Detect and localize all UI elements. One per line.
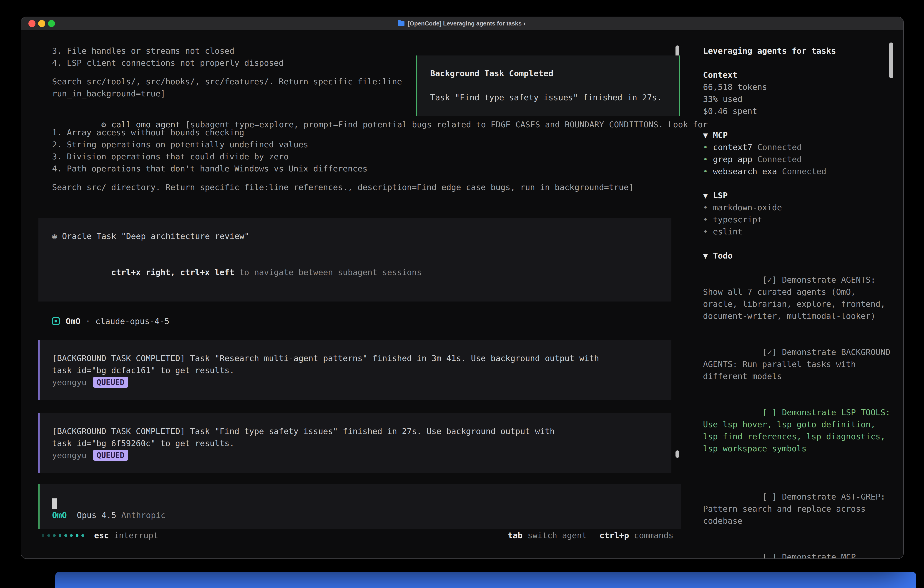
todo-heading: Todo — [713, 251, 733, 260]
oracle-icon: ◉ — [52, 231, 57, 241]
queued-badge: QUEUED — [93, 377, 128, 388]
bullet-icon: • — [703, 215, 708, 224]
todo-text: Demonstrate AGENTS: Show all 7 curated a… — [703, 275, 890, 320]
window-title-text: [OpenCode] Leveraging agents for tasks ◐ — [408, 20, 527, 27]
chevron-down-icon: ▼ — [703, 191, 708, 200]
todo-text: Demonstrate AST-GREP: Pattern search and… — [703, 492, 890, 525]
background-task-message: [BACKGROUND TASK COMPLETED] Task "Find t… — [38, 413, 672, 473]
todo-item: [ ]Demonstrate LSP TOOLS: Use lsp_hover,… — [703, 394, 891, 467]
bullet-icon: • — [703, 203, 708, 212]
transcript-line: 3. File handles or streams not closed — [52, 45, 680, 57]
message-line: task_id="bg_6f59260c" to get results. — [52, 437, 662, 449]
tab-key: tab — [508, 529, 523, 542]
background-task-message: [BACKGROUND TASK COMPLETED] Task "Resear… — [38, 340, 672, 400]
checkbox-empty-icon: [ ] — [762, 408, 777, 417]
context-spent: $0.46 spent — [703, 105, 891, 117]
lsp-section-toggle[interactable]: ▼LSP — [703, 189, 891, 202]
lsp-heading: LSP — [713, 191, 728, 200]
status-bar: esc interrupt tab switch agent ctrl+p co… — [21, 529, 680, 542]
message-author: yeongyu — [52, 449, 87, 461]
esc-hint: esc interrupt — [94, 529, 158, 542]
lsp-item: •eslint — [703, 226, 891, 238]
tab-hint: tab switch agent — [508, 529, 587, 542]
todo-item: [✓]Demonstrate AGENTS: Show all 7 curate… — [703, 262, 891, 334]
context-used: 33% used — [703, 93, 891, 105]
oracle-task-panel: ◉Oracle Task "Deep architecture review" … — [38, 218, 672, 302]
agent-model: claude-opus-4-5 — [96, 315, 169, 327]
toast-body: Task "Find type safety issues" finished … — [430, 91, 672, 104]
oracle-task-title: Oracle Task "Deep architecture review" — [62, 231, 249, 241]
ctrlp-label: commands — [634, 529, 673, 542]
sidebar: Leveraging agents for tasks Context 66,5… — [680, 30, 904, 558]
todo-item: [ ]Demonstrate AST-GREP: Pattern search … — [703, 479, 891, 539]
tool-call-item: 3. Division operations that could divide… — [52, 150, 680, 163]
lsp-name: eslint — [713, 227, 742, 236]
lsp-name: typescript — [713, 215, 762, 224]
tool-call-tail: Search src/ directory. Return specific f… — [52, 181, 680, 193]
agent-separator: · — [86, 315, 91, 327]
message-author: yeongyu — [52, 376, 87, 388]
mcp-status: Connected — [757, 142, 802, 152]
input-provider-name: Anthropic — [121, 509, 165, 521]
window-title: [OpenCode] Leveraging agents for tasks ◐ — [21, 20, 903, 27]
tool-call-item: 2. String operations on potentially unde… — [52, 139, 680, 150]
scrollbar-thumb[interactable] — [889, 43, 893, 78]
mcp-item: •websearch_exaConnected — [703, 165, 891, 177]
todo-text: Demonstrate MCP INTEGRATIONS: Use contex… — [703, 552, 861, 559]
mcp-name: context7 — [713, 142, 752, 152]
desktop-background: [OpenCode] Leveraging agents for tasks ◐… — [0, 0, 924, 588]
chevron-down-icon: ▼ — [703, 130, 708, 140]
tool-call-item: 4. Path operations that don't handle Win… — [52, 163, 680, 175]
oracle-hint-keys: ctrl+x right, ctrl+x left — [111, 268, 234, 277]
bullet-icon: • — [703, 227, 708, 236]
queued-badge: QUEUED — [93, 450, 128, 461]
ctrlp-key: ctrl+p — [599, 529, 629, 542]
mcp-heading: MCP — [713, 130, 728, 140]
mcp-section-toggle[interactable]: ▼MCP — [703, 129, 891, 141]
todo-text: Demonstrate LSP TOOLS: Use lsp_hover, ls… — [703, 408, 895, 453]
lsp-name: markdown-oxide — [713, 203, 782, 212]
todo-section-toggle[interactable]: ▼Todo — [703, 249, 891, 262]
prompt-input[interactable]: OmO Opus 4.5 Anthropic — [38, 484, 681, 529]
input-model-name: Opus 4.5 — [77, 509, 116, 521]
mcp-status: Connected — [757, 155, 802, 164]
titlebar: [OpenCode] Leveraging agents for tasks ◐ — [21, 17, 903, 30]
background-window-strip — [55, 572, 916, 588]
lsp-item: •markdown-oxide — [703, 202, 891, 213]
checkbox-empty-icon: [ ] — [762, 552, 777, 559]
mcp-status: Connected — [782, 167, 826, 176]
todo-item: [✓]Demonstrate BACKGROUND AGENTS: Run pa… — [703, 334, 891, 394]
esc-key: esc — [94, 529, 109, 542]
chat-transcript: 3. File handles or streams not closed 4.… — [21, 30, 680, 558]
bullet-icon: • — [703, 155, 708, 164]
message-line: [BACKGROUND TASK COMPLETED] Task "Find t… — [52, 425, 662, 437]
message-line: task_id="bg_dcfac161" to get results. — [52, 364, 662, 376]
agent-checkbox-icon — [52, 317, 60, 325]
bullet-icon: • — [703, 142, 708, 152]
toast-title: Background Task Completed — [430, 67, 672, 79]
terminal-content: 3. File handles or streams not closed 4.… — [21, 30, 903, 558]
background-task-toast: Background Task Completed Task "Find typ… — [416, 56, 680, 116]
context-tokens: 66,518 tokens — [703, 81, 891, 93]
terminal-window: [OpenCode] Leveraging agents for tasks ◐… — [21, 17, 904, 559]
checkbox-checked-icon: [✓] — [762, 347, 777, 357]
context-heading: Context — [703, 69, 891, 81]
oracle-hint-text: to navigate between subagent sessions — [234, 268, 422, 277]
bullet-icon: • — [703, 167, 708, 176]
scrollbar-thumb[interactable] — [675, 451, 679, 458]
mcp-item: •context7Connected — [703, 141, 891, 153]
agent-name: OmO — [66, 315, 81, 327]
todo-text: Demonstrate BACKGROUND AGENTS: Run paral… — [703, 347, 895, 381]
chevron-down-icon: ▼ — [703, 251, 708, 260]
input-agent-name: OmO — [52, 509, 67, 521]
agent-header: OmO · claude-opus-4-5 — [52, 315, 680, 327]
mcp-name: websearch_exa — [713, 167, 777, 176]
model-indicator: OmO Opus 4.5 Anthropic — [52, 509, 681, 521]
todo-item: [ ]Demonstrate MCP INTEGRATIONS: Use con… — [703, 539, 891, 559]
commands-hint: ctrl+p commands — [599, 529, 673, 542]
session-title: Leveraging agents for tasks — [703, 45, 891, 57]
lsp-item: •typescript — [703, 213, 891, 226]
mcp-item: •grep_appConnected — [703, 153, 891, 165]
esc-label: interrupt — [114, 529, 158, 542]
text-cursor — [52, 499, 57, 509]
